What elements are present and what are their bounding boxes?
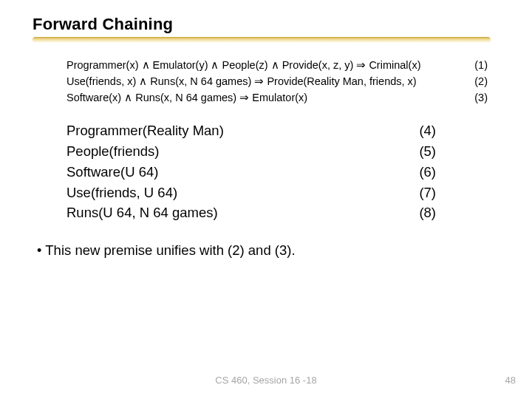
premise-text: Programmer(x) ∧ Emulator(y) ∧ People(z) … bbox=[66, 58, 436, 74]
fact-number: (6) bbox=[392, 162, 436, 183]
slide-number: 48 bbox=[505, 375, 516, 386]
fact-row: People(friends) (5) bbox=[66, 141, 517, 162]
title-underline bbox=[33, 37, 491, 43]
fact-row: Runs(U 64, N 64 games) (8) bbox=[66, 202, 517, 223]
fact-row: Programmer(Reality Man) (4) bbox=[66, 120, 517, 141]
fact-number: (4) bbox=[392, 120, 436, 141]
page-title: Forward Chaining bbox=[33, 15, 517, 34]
premise-text: Use(friends, x) ∧ Runs(x, N 64 games) ⇒ … bbox=[66, 74, 436, 90]
footer-text: CS 460, Session 16 -18 bbox=[0, 375, 532, 386]
fact-text: People(friends) bbox=[66, 141, 347, 162]
facts-block: Programmer(Reality Man) (4) People(frien… bbox=[66, 120, 517, 223]
fact-row: Use(friends, U 64) (7) bbox=[66, 183, 517, 203]
fact-text: Software(U 64) bbox=[66, 162, 347, 183]
premise-number: (1) bbox=[458, 58, 488, 74]
premises-block: Programmer(x) ∧ Emulator(y) ∧ People(z) … bbox=[66, 58, 517, 106]
premise-number: (3) bbox=[458, 90, 488, 106]
fact-row: Software(U 64) (6) bbox=[66, 162, 517, 183]
fact-text: Use(friends, U 64) bbox=[66, 183, 347, 203]
premise-row: Software(x) ∧ Runs(x, N 64 games) ⇒ Emul… bbox=[66, 90, 517, 106]
bullet-point: This new premise unifies with (2) and (3… bbox=[37, 242, 517, 259]
premise-row: Programmer(x) ∧ Emulator(y) ∧ People(z) … bbox=[66, 58, 517, 74]
fact-text: Programmer(Reality Man) bbox=[66, 120, 347, 141]
premise-text: Software(x) ∧ Runs(x, N 64 games) ⇒ Emul… bbox=[66, 90, 436, 106]
premise-number: (2) bbox=[458, 74, 488, 90]
fact-number: (8) bbox=[392, 202, 436, 223]
fact-text: Runs(U 64, N 64 games) bbox=[66, 202, 347, 223]
fact-number: (7) bbox=[392, 183, 436, 203]
fact-number: (5) bbox=[392, 141, 436, 162]
slide: Forward Chaining Programmer(x) ∧ Emulato… bbox=[0, 0, 532, 399]
premise-row: Use(friends, x) ∧ Runs(x, N 64 games) ⇒ … bbox=[66, 74, 517, 90]
